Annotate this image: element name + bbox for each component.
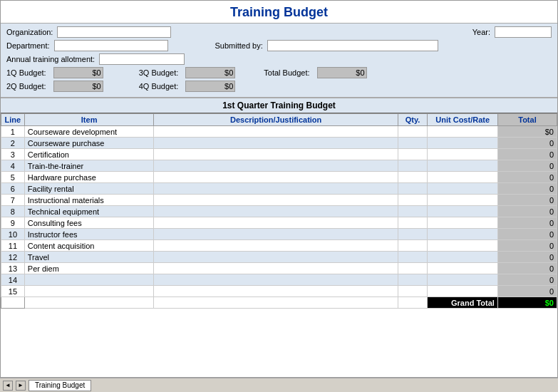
table-row: 3Certification0 [1,149,557,160]
cell-qty[interactable] [398,149,428,160]
form-row-2: Department: Submitted by: [6,40,552,51]
cell-total: 0 [497,263,557,274]
cell-line: 11 [1,240,25,252]
cell-qty[interactable] [398,183,428,195]
col-header-unit: Unit Cost/Rate [428,114,498,126]
cell-total: $0 [497,126,557,138]
cell-qty[interactable] [398,160,428,172]
cell-qty[interactable] [398,172,428,183]
cell-desc[interactable] [154,206,398,217]
cell-unit[interactable] [428,274,498,286]
nav-right-arrow[interactable]: ► [16,381,26,391]
cell-unit[interactable] [428,263,498,274]
cell-item: Hardware purchase [24,172,154,183]
cell-desc[interactable] [154,252,398,263]
cell-unit[interactable] [428,252,498,263]
cell-desc[interactable] [154,126,398,138]
cell-desc[interactable] [154,263,398,274]
cell-desc[interactable] [154,217,398,229]
cell-qty[interactable] [398,195,428,206]
training-budget-tab[interactable]: Training Budget [29,380,91,391]
form-row-3: Annual training allotment: [6,53,552,65]
cell-qty[interactable] [398,229,428,240]
section-header: 1st Quarter Training Budget [1,98,557,113]
grand-total-value: $0 [497,297,557,309]
cell-qty[interactable] [398,240,428,252]
allotment-input[interactable] [99,53,185,65]
cell-line: 8 [1,206,25,217]
cell-total: 0 [497,217,557,229]
submitted-input[interactable] [267,40,438,51]
cell-unit[interactable] [428,149,498,160]
cell-unit[interactable] [428,172,498,183]
cell-unit[interactable] [428,195,498,206]
cell-qty[interactable] [398,286,428,297]
cell-item [24,274,154,286]
table-row: 6Facility rental0 [1,183,557,195]
year-input[interactable] [495,26,552,38]
q4-input[interactable] [185,81,235,92]
cell-item: Train-the-trainer [24,160,154,172]
cell-unit[interactable] [428,183,498,195]
q3-input[interactable] [185,67,235,78]
cell-unit[interactable] [428,126,498,138]
dept-input[interactable] [54,40,168,51]
table-row: 10Instructor fees0 [1,229,557,240]
q3-label: 3Q Budget: [139,68,179,77]
cell-qty[interactable] [398,252,428,263]
cell-qty[interactable] [398,206,428,217]
cell-qty[interactable] [398,217,428,229]
cell-desc[interactable] [154,138,398,149]
cell-line: 7 [1,195,25,206]
cell-desc[interactable] [154,149,398,160]
cell-qty[interactable] [398,138,428,149]
total-input[interactable] [317,67,367,78]
nav-left-arrow[interactable]: ◄ [3,381,13,391]
q2-input[interactable] [53,81,103,92]
submitted-label: Submitted by: [215,41,263,50]
cell-desc[interactable] [154,183,398,195]
cell-desc[interactable] [154,229,398,240]
allotment-label: Annual training allotment: [6,55,95,63]
table-row: 7Instructional materials0 [1,195,557,206]
cell-desc[interactable] [154,172,398,183]
budget-row-1: 1Q Budget: 3Q Budget: Total Budget: [6,67,552,78]
cell-item: Per diem [24,263,154,274]
dept-label: Department: [6,41,50,50]
cell-qty[interactable] [398,274,428,286]
form-row-1: Organization: Year: [6,26,552,38]
cell-total: 0 [497,229,557,240]
cell-unit[interactable] [428,240,498,252]
cell-unit[interactable] [428,206,498,217]
cell-qty[interactable] [398,126,428,138]
col-header-line: Line [1,114,25,126]
cell-unit[interactable] [428,160,498,172]
cell-line: 12 [1,252,25,263]
cell-unit[interactable] [428,286,498,297]
cell-qty[interactable] [398,263,428,274]
cell-desc[interactable] [154,195,398,206]
table-row: 5Hardware purchase0 [1,172,557,183]
cell-total: 0 [497,252,557,263]
cell-unit[interactable] [428,138,498,149]
cell-desc[interactable] [154,286,398,297]
title-area: Training Budget [1,1,557,23]
q1-input[interactable] [53,67,103,78]
table-row: 11Content acquisition0 [1,240,557,252]
cell-desc[interactable] [154,160,398,172]
table-row: 13Per diem0 [1,263,557,274]
cell-unit[interactable] [428,217,498,229]
table-row: 2Courseware purchase0 [1,138,557,149]
org-input[interactable] [57,26,171,38]
cell-line: 14 [1,274,25,286]
cell-line: 2 [1,138,25,149]
cell-item: Instructor fees [24,229,154,240]
cell-total: 0 [497,195,557,206]
cell-line: 5 [1,172,25,183]
cell-desc[interactable] [154,274,398,286]
budget-table: Line Item Description/Justification Qty.… [1,113,557,309]
cell-desc[interactable] [154,240,398,252]
table-row: 150 [1,286,557,297]
table-row: 8Technical equipment0 [1,206,557,217]
cell-unit[interactable] [428,229,498,240]
